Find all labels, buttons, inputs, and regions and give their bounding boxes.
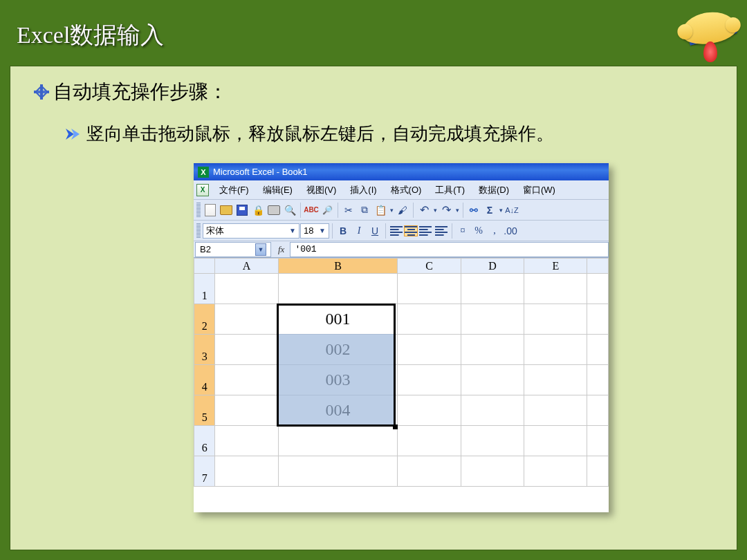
comma-style-button[interactable]: , [487, 223, 502, 239]
cell[interactable] [524, 456, 587, 487]
undo-button[interactable]: ↶ [416, 203, 432, 218]
row-header-4[interactable]: 4 [194, 365, 215, 395]
cell[interactable] [461, 456, 524, 487]
cell[interactable] [524, 426, 587, 456]
new-button[interactable] [203, 203, 218, 218]
cell[interactable] [398, 365, 461, 395]
formula-input[interactable]: '001 [290, 242, 609, 257]
toolbar-handle[interactable] [196, 223, 201, 239]
cell[interactable] [587, 365, 609, 395]
row-header-3[interactable]: 3 [194, 335, 215, 365]
row-header-7[interactable]: 7 [194, 456, 215, 487]
menu-insert[interactable]: 插入(I) [344, 183, 382, 198]
menu-window[interactable]: 窗口(W) [517, 183, 562, 198]
menu-file[interactable]: 文件(F) [213, 183, 255, 198]
bold-button[interactable]: B [335, 223, 351, 239]
font-name-combo[interactable]: 宋体 ▼ [203, 223, 299, 239]
cut-button[interactable]: ✂ [341, 203, 356, 218]
row-header-1[interactable]: 1 [194, 274, 215, 304]
chevron-down-icon[interactable]: ▼ [255, 243, 266, 256]
cell[interactable] [215, 365, 278, 395]
print-button[interactable] [266, 203, 282, 218]
cell[interactable] [587, 426, 609, 456]
cell[interactable] [524, 365, 587, 395]
autosum-dropdown[interactable] [498, 207, 504, 214]
cell[interactable] [398, 426, 461, 456]
workbook-icon[interactable] [196, 184, 209, 196]
paste-button[interactable]: 📋 [373, 203, 388, 218]
col-header-E[interactable]: E [524, 259, 587, 274]
italic-button[interactable]: I [351, 223, 367, 239]
cell[interactable] [524, 395, 587, 426]
cell[interactable] [587, 274, 609, 304]
cell[interactable] [215, 395, 278, 426]
align-left-button[interactable] [389, 223, 404, 239]
cell[interactable] [524, 335, 587, 365]
menu-view[interactable]: 视图(V) [300, 183, 342, 198]
cell-B3[interactable]: 002 [278, 335, 398, 365]
titlebar[interactable]: Microsoft Excel - Book1 [194, 163, 609, 180]
select-all-corner[interactable] [194, 259, 215, 274]
spellcheck-button[interactable]: ABC [304, 203, 319, 218]
col-header-B[interactable]: B [278, 259, 398, 274]
font-size-combo[interactable]: 18 ▼ [300, 223, 329, 239]
row-header-6[interactable]: 6 [194, 426, 215, 456]
worksheet[interactable]: A B C D E 1 2 [194, 258, 609, 512]
cell[interactable] [215, 304, 278, 335]
cell-B2[interactable]: 001 [278, 304, 398, 335]
underline-button[interactable]: U [367, 223, 382, 239]
cell[interactable] [215, 274, 278, 304]
cell[interactable] [398, 456, 461, 487]
fx-icon[interactable]: fx [273, 244, 290, 255]
cell[interactable] [278, 456, 398, 487]
hyperlink-button[interactable]: ⚯ [466, 203, 481, 218]
toolbar-handle[interactable] [196, 203, 201, 218]
increase-decimal-button[interactable]: .00 [503, 223, 518, 239]
currency-button[interactable]: ¤ [455, 223, 470, 239]
cell[interactable] [461, 395, 524, 426]
cell-B5[interactable]: 004 [278, 395, 398, 426]
menu-edit[interactable]: 编辑(E) [257, 183, 299, 198]
format-painter-button[interactable]: 🖌 [395, 203, 410, 218]
autosum-button[interactable]: Σ [482, 203, 497, 218]
col-header-extra[interactable] [587, 259, 609, 274]
cell[interactable] [461, 304, 524, 335]
menu-tools[interactable]: 工具(T) [429, 183, 471, 198]
redo-dropdown[interactable] [454, 207, 460, 214]
row-header-2[interactable]: 2 [194, 304, 215, 335]
cell[interactable] [215, 456, 278, 487]
cell[interactable] [278, 274, 398, 304]
align-right-button[interactable] [418, 223, 433, 239]
cell[interactable] [587, 304, 609, 335]
research-button[interactable]: 🔎 [320, 203, 335, 218]
print-preview-button[interactable]: 🔍 [282, 203, 297, 218]
permission-button[interactable]: 🔒 [250, 203, 266, 218]
col-header-C[interactable]: C [398, 259, 461, 274]
col-header-D[interactable]: D [461, 259, 524, 274]
cell[interactable] [215, 335, 278, 365]
menu-data[interactable]: 数据(D) [472, 183, 515, 198]
cell[interactable] [398, 274, 461, 304]
col-header-A[interactable]: A [215, 259, 278, 274]
cell[interactable] [587, 335, 609, 365]
undo-dropdown[interactable] [432, 207, 438, 214]
paste-dropdown[interactable] [389, 207, 394, 214]
cell[interactable] [587, 456, 609, 487]
menu-format[interactable]: 格式(O) [385, 183, 428, 198]
cell-B4[interactable]: 003 [278, 365, 398, 395]
cell[interactable] [398, 395, 461, 426]
cell[interactable] [278, 426, 398, 456]
redo-button[interactable]: ↷ [439, 203, 454, 218]
row-header-5[interactable]: 5 [194, 395, 215, 426]
fill-handle[interactable] [393, 424, 398, 429]
align-center-button[interactable] [405, 226, 417, 236]
cell[interactable] [461, 365, 524, 395]
percent-button[interactable]: % [471, 223, 486, 239]
cell[interactable] [524, 274, 587, 304]
copy-button[interactable]: ⧉ [357, 203, 372, 218]
save-button[interactable] [234, 203, 250, 218]
cell[interactable] [461, 426, 524, 456]
cell[interactable] [461, 274, 524, 304]
sort-button[interactable]: A↓Z [504, 203, 519, 218]
cell[interactable] [524, 304, 587, 335]
